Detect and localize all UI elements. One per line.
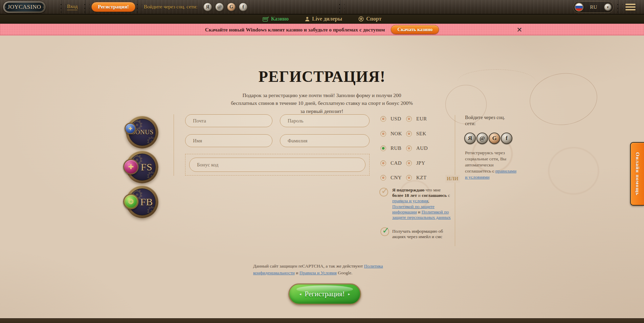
logo-plate-inner: JOYCASINO [4,2,44,12]
social-login-title: Войдите через соц. сети: [465,114,512,126]
agree-plain: и [417,209,422,214]
social-login-prompt: Войдите через соц. сети: [144,4,197,10]
rivets [336,2,345,13]
currency-radio-sek[interactable]: SEK [406,131,428,137]
radio-icon[interactable] [380,116,386,122]
currency-radio-cny[interactable]: CNY [380,175,406,181]
currency-radio-rub-selected[interactable]: RUB [380,145,406,151]
currency-label: JPY [416,160,425,166]
topbar-social-icons: Я @ G f [203,2,248,11]
soccer-ball-icon [358,16,364,22]
radio-icon[interactable] [380,175,386,181]
terms-link[interactable]: правила и условия [392,198,428,203]
arrow-left-icon: ◂ [299,292,302,296]
first-name-field[interactable] [185,134,272,147]
rivets [82,2,90,13]
submit-label: Регистрация! [305,290,345,298]
badge-label: FB [140,196,153,208]
recaptcha-note: Данный сайт защищен reCAPTCHA, а так же … [253,263,388,277]
agree-plain: с [447,193,450,198]
person-icon [305,17,310,22]
age-terms-checkbox[interactable]: ✓ [379,188,388,197]
social-login-note: Регистрируясь через социальные сети, Вы … [465,150,516,180]
radio-icon[interactable] [380,160,386,166]
currency-label: SEK [416,131,426,137]
rivets [58,2,66,13]
registration-page: JOYCASINO Вход Регистрация! Войдите чере… [0,0,644,323]
page-title: РЕГИСТРАЦИЯ! [0,68,644,86]
google-icon[interactable]: G [227,2,236,11]
social-login-icons: Я @ G f [464,133,512,144]
radio-icon[interactable] [380,145,386,151]
joycasino-logo[interactable]: JOYCASINO [3,1,46,13]
promo-subscribe-checkbox[interactable]: ✓ [380,227,389,236]
radio-icon[interactable] [406,160,412,166]
agree-bold: Я подтверждаю [392,187,424,192]
mailru-icon[interactable]: @ [476,133,488,144]
check-icon: ✓ [381,186,388,196]
currency-label: RUB [391,145,401,151]
currency-radio-aud[interactable]: AUD [406,145,428,151]
tab-casino[interactable]: Казино [263,16,289,22]
menu-icon[interactable] [625,4,636,10]
rivets [615,2,623,13]
currency-radio-jpy[interactable]: JPY [406,160,428,166]
tab-casino-label: Казино [271,16,289,22]
registration-main: РЕГИСТРАЦИЯ! Подарок за регистрацию уже … [0,36,644,318]
tab-live-dealers[interactable]: Live дилеры [305,16,342,22]
tab-sport[interactable]: Спорт [358,16,381,22]
agree-plain: что мне [424,187,441,192]
logo-text: JOYCASINO [8,4,41,10]
radio-icon[interactable] [406,116,412,122]
stain-ring-decor [548,147,599,194]
plus-orb-icon: ✚ [123,159,139,175]
language-code: RU [583,4,604,10]
chevron-down-icon[interactable]: ▼ [604,3,612,11]
check-icon: ✓ [382,225,390,235]
main-nav: Казино Live дилеры Спорт [0,14,644,24]
freebet-badge: FB ❂ [126,186,158,218]
close-icon[interactable]: ✕ [515,26,524,34]
recaptcha-text: Google. [337,270,353,275]
agree-plain: и [417,193,422,198]
last-name-field[interactable] [280,134,370,147]
yandex-icon[interactable]: Я [464,133,476,144]
mailru-icon[interactable]: @ [215,2,224,11]
email-field[interactable] [185,114,272,127]
slot-machine-icon [263,17,269,22]
google-terms-link[interactable]: Правила и Условия [299,270,337,275]
russia-flag-icon [575,3,583,11]
radio-icon[interactable] [406,145,412,151]
bonus-code-field[interactable] [189,158,365,172]
recaptcha-text: и [295,270,299,275]
currency-label: CNY [391,175,402,181]
yandex-icon[interactable]: Я [203,2,212,11]
currency-radio-nok[interactable]: NOK [380,131,406,137]
language-selector[interactable]: RU ▼ [573,1,614,13]
login-link[interactable]: Вход [67,4,77,10]
currency-radio-cad[interactable]: CAD [380,160,406,166]
banner-message: Скачайте новый Windows клиент казино и з… [205,27,385,33]
online-help-tab[interactable]: Онлайн помощь [630,142,644,206]
agree-bold: более 18 лет [392,193,417,198]
top-bar: JOYCASINO Вход Регистрация! Войдите чере… [0,0,644,14]
tab-live-label: Live дилеры [312,16,342,22]
radio-icon[interactable] [406,175,412,181]
download-casino-button[interactable]: Скачать казино [391,25,439,34]
radio-icon[interactable] [380,131,386,137]
currency-radio-kzt[interactable]: KZT [406,175,428,181]
currency-options: USD EUR NOK SEK RUB AUD CAD JPY CNY KZT [380,112,428,185]
facebook-icon[interactable]: f [501,133,512,144]
google-icon[interactable]: G [489,133,500,144]
promo-subscribe-text: Получать информацию об акциях через имей… [392,229,453,239]
password-field[interactable] [280,114,370,127]
currency-label: AUD [416,145,428,151]
submit-registration-button[interactable]: ◂ Регистрация! ▸ [288,283,361,305]
register-button[interactable]: Регистрация! [91,2,135,12]
plus-orb-icon: ✚ [125,123,136,134]
currency-radio-eur[interactable]: EUR [406,116,428,122]
facebook-icon[interactable]: f [239,2,248,11]
currency-radio-usd[interactable]: USD [380,116,406,122]
radio-icon[interactable] [406,131,412,137]
bonus-badge: BONUS ✚ [126,116,158,148]
